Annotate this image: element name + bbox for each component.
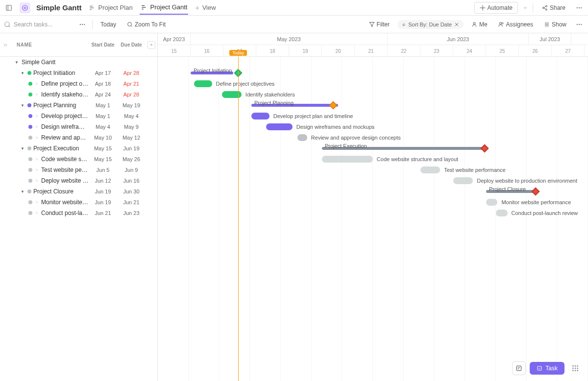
start-date[interactable]: Apr 24 [89, 92, 117, 97]
toggle-icon[interactable]: ▼ [20, 190, 25, 194]
more-icon[interactable] [574, 3, 584, 13]
due-date[interactable]: Apr 28 [117, 70, 146, 76]
due-date[interactable]: Jun 23 [117, 210, 146, 216]
summary-bar[interactable]: Project Planning [251, 104, 339, 107]
project-title[interactable]: Simple Gantt [36, 3, 82, 12]
task-row[interactable]: ▼Simple Gantt [0, 57, 157, 68]
task-list[interactable]: ▼Simple Gantt▼Project InitiationApr 17Ap… [0, 57, 157, 381]
start-date[interactable]: May 1 [89, 102, 117, 108]
gantt-row[interactable]: Identify stakeholders [158, 89, 588, 100]
due-date[interactable]: May 19 [117, 102, 146, 108]
start-date[interactable]: May 15 [89, 156, 117, 162]
toggle-icon[interactable]: ▼ [20, 146, 25, 151]
tab-project-gantt[interactable]: Project Gantt [140, 0, 189, 15]
task-bar[interactable]: Code website structure and layout [322, 156, 373, 163]
task-bar[interactable]: Deploy website to production environment [453, 177, 473, 184]
task-name-cell[interactable]: Design wireframes and mockups [0, 123, 89, 130]
task-row[interactable]: Define project objectivesApr 18Apr 21 [0, 78, 157, 89]
toggle-icon[interactable]: ▼ [20, 103, 25, 108]
due-date[interactable]: Jun 16 [117, 178, 146, 184]
automate-dropdown-icon[interactable] [522, 3, 529, 13]
milestone-marker[interactable] [329, 101, 338, 110]
share-button[interactable]: Share [537, 2, 570, 13]
column-start[interactable]: Start Date [89, 42, 117, 48]
gantt-row[interactable]: Monitor website performance [158, 197, 588, 208]
gantt-row[interactable]: Project Planning [158, 100, 588, 111]
task-row[interactable]: Code website structure and layoutMay 15M… [0, 154, 157, 165]
task-row[interactable]: ▼Project ExecutionMay 15Jun 19 [0, 143, 157, 154]
gantt-row[interactable]: Project Closure [158, 186, 588, 197]
task-name-cell[interactable]: Develop project plan and timeline [0, 113, 89, 119]
start-date[interactable]: Jun 19 [89, 189, 117, 194]
start-date[interactable]: May 4 [89, 124, 117, 130]
gantt-row[interactable]: Develop project plan and timeline [158, 111, 588, 121]
gantt-row[interactable]: Project Execution [158, 143, 588, 154]
gantt-row[interactable]: Project Initiation [158, 68, 588, 78]
due-date[interactable]: May 26 [117, 156, 146, 162]
toggle-icon[interactable]: ▼ [20, 71, 25, 75]
gantt-body[interactable]: Project InitiationDefine project objecti… [158, 57, 588, 381]
sort-pill[interactable]: Sort By: Due Date [397, 20, 464, 29]
sidebar-toggle-icon[interactable] [4, 3, 14, 13]
zoom-button[interactable]: Zoom To Fit [124, 19, 169, 30]
task-name-cell[interactable]: ▼Project Execution [0, 145, 89, 152]
column-name[interactable]: NAME [11, 42, 89, 48]
due-date[interactable]: Apr 28 [117, 92, 146, 97]
due-date[interactable]: Jun 19 [117, 145, 146, 151]
task-name-cell[interactable]: ▼Project Planning [0, 102, 89, 109]
filter-button[interactable]: Filter [366, 19, 393, 30]
task-name-cell[interactable]: ▼Project Closure [0, 188, 89, 195]
start-date[interactable]: May 15 [89, 145, 117, 151]
start-date[interactable]: May 10 [89, 135, 117, 141]
column-due[interactable]: Due Date [117, 42, 146, 48]
gantt-row[interactable]: Design wireframes and mockups [158, 121, 588, 132]
start-date[interactable]: Jun 19 [89, 199, 117, 205]
search-input[interactable]: Search tasks... [4, 21, 73, 28]
task-bar[interactable]: Review and approve design concepts [297, 134, 307, 141]
gantt-row[interactable]: Define project objectives [158, 78, 588, 89]
task-name-cell[interactable]: Review and approve design concepts [0, 134, 89, 141]
task-row[interactable]: ▼Project PlanningMay 1May 19 [0, 100, 157, 111]
task-row[interactable]: Design wireframes and mockupsMay 4May 9 [0, 121, 157, 132]
task-name-cell[interactable]: ▼Simple Gantt [0, 59, 89, 66]
start-date[interactable]: Jun 21 [89, 210, 117, 216]
gantt-row[interactable]: Test website performance [158, 165, 588, 175]
task-row[interactable]: ▼Project InitiationApr 17Apr 28 [0, 68, 157, 78]
task-name-cell[interactable]: Test website performance [0, 167, 89, 173]
task-bar[interactable]: Develop project plan and timeline [251, 113, 270, 119]
task-row[interactable]: Review and approve design conceptsMay 10… [0, 132, 157, 143]
add-column-button[interactable]: + [147, 41, 155, 49]
toolbar-more-icon[interactable] [574, 20, 584, 29]
task-name-cell[interactable]: ▼Project Initiation [0, 70, 89, 76]
apps-icon[interactable] [568, 361, 582, 375]
expand-collapse-icon[interactable] [0, 42, 11, 48]
start-date[interactable]: Apr 18 [89, 81, 117, 87]
gantt-row[interactable] [158, 57, 588, 68]
milestone-marker[interactable] [531, 188, 539, 196]
due-date[interactable]: May 12 [117, 135, 146, 141]
task-row[interactable]: Deploy website to production environment… [0, 175, 157, 186]
task-name-cell[interactable]: Monitor website performance [0, 199, 89, 206]
add-view-button[interactable]: + View [194, 1, 217, 15]
show-button[interactable]: Show [541, 19, 569, 30]
task-name-cell[interactable]: Identify stakeholders [0, 91, 89, 98]
search-more-icon[interactable] [77, 20, 87, 29]
assignees-button[interactable]: Assignees [495, 19, 536, 30]
task-row[interactable]: Develop project plan and timelineMay 1Ma… [0, 111, 157, 121]
gantt-row[interactable]: Deploy website to production environment [158, 175, 588, 186]
task-bar[interactable]: Conduct post-launch review [496, 210, 507, 216]
summary-bar[interactable]: Project Execution [322, 147, 486, 150]
start-date[interactable]: Jun 5 [89, 167, 117, 173]
task-bar[interactable]: Monitor website performance [486, 199, 497, 206]
close-icon[interactable] [454, 22, 460, 27]
gantt-row[interactable]: Code website structure and layout [158, 154, 588, 165]
today-button[interactable]: Today [98, 19, 119, 30]
task-row[interactable]: Monitor website performanceJun 19Jun 21 [0, 197, 157, 208]
due-date[interactable]: Jun 30 [117, 189, 146, 194]
task-row[interactable]: Test website performanceJun 5Jun 9 [0, 165, 157, 175]
task-row[interactable]: ▼Project ClosureJun 19Jun 30 [0, 186, 157, 197]
toggle-icon[interactable]: ▼ [14, 60, 20, 65]
task-name-cell[interactable]: Deploy website to production environment [0, 177, 89, 184]
me-button[interactable]: Me [468, 19, 490, 30]
due-date[interactable]: Jun 9 [117, 167, 146, 173]
